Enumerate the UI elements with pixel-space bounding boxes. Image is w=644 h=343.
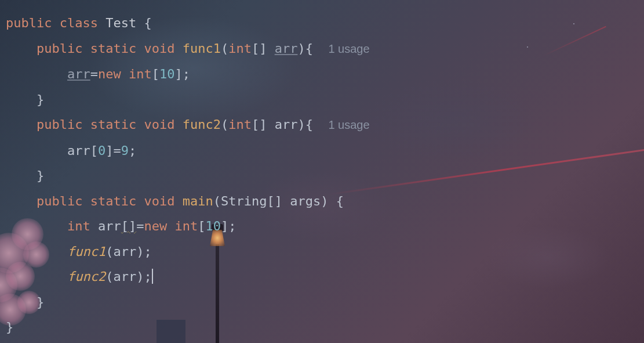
arg-arr: arr bbox=[113, 269, 136, 284]
method-name-func2: func2 bbox=[183, 117, 221, 132]
arg-arr: arr bbox=[113, 244, 136, 259]
code-line-7[interactable]: } bbox=[6, 163, 638, 189]
param-arr: arr bbox=[275, 41, 298, 56]
keyword-new: new bbox=[98, 67, 121, 81]
code-line-2[interactable]: public static void func1(int[] arr){ 1 u… bbox=[6, 36, 638, 62]
keyword-static: static bbox=[90, 41, 136, 56]
code-line-9[interactable]: int arr[]=new int[10]; bbox=[6, 214, 638, 239]
method-call-func2: func2 bbox=[67, 269, 105, 284]
type-int: int bbox=[129, 67, 152, 81]
code-line-4[interactable]: } bbox=[6, 87, 638, 113]
var-arr: arr bbox=[98, 219, 121, 233]
type-string: String bbox=[221, 194, 267, 208]
number-literal: 10 bbox=[159, 67, 175, 81]
code-line-5[interactable]: public static void func2(int[] arr){ 1 u… bbox=[6, 112, 638, 138]
code-line-11[interactable]: func2(arr); bbox=[6, 264, 638, 290]
keyword-void: void bbox=[144, 41, 174, 56]
code-line-13[interactable]: } bbox=[6, 315, 638, 340]
var-arr: arr bbox=[67, 143, 90, 158]
usage-hint[interactable]: 1 usage bbox=[328, 118, 369, 131]
class-name: Test bbox=[105, 16, 136, 30]
usage-hint[interactable]: 1 usage bbox=[328, 42, 369, 55]
param-args: args bbox=[290, 194, 321, 208]
type-int: int bbox=[67, 219, 90, 233]
number-literal: 9 bbox=[121, 143, 129, 158]
brace: } bbox=[37, 92, 44, 107]
method-call-func1: func1 bbox=[67, 244, 105, 259]
code-line-10[interactable]: func1(arr); bbox=[6, 239, 638, 265]
var-arr: arr bbox=[67, 67, 90, 81]
code-line-8[interactable]: public static void main(String[] args) { bbox=[6, 189, 638, 214]
number-literal: 0 bbox=[98, 143, 105, 158]
keyword-static: static bbox=[90, 117, 136, 132]
keyword-void: void bbox=[144, 194, 174, 208]
keyword-void: void bbox=[144, 117, 174, 132]
keyword-public: public bbox=[37, 117, 82, 132]
type-int: int bbox=[228, 41, 252, 56]
brace: } bbox=[37, 168, 44, 183]
code-line-3[interactable]: arr=new int[10]; bbox=[6, 62, 638, 87]
code-line-12[interactable]: } bbox=[6, 290, 638, 315]
type-int: int bbox=[228, 117, 252, 132]
keyword-public: public bbox=[37, 41, 82, 56]
keyword-class: class bbox=[60, 16, 98, 30]
type-int: int bbox=[174, 219, 198, 233]
keyword-static: static bbox=[90, 194, 136, 208]
param-arr: arr bbox=[275, 117, 298, 132]
code-line-6[interactable]: arr[0]=9; bbox=[6, 138, 638, 164]
brace: } bbox=[6, 320, 13, 334]
number-literal: 10 bbox=[205, 219, 221, 233]
method-name-main: main bbox=[183, 194, 213, 208]
code-line-1[interactable]: public class Test { bbox=[6, 10, 638, 36]
keyword-public: public bbox=[37, 194, 82, 208]
keyword-public: public bbox=[6, 16, 52, 30]
brace: } bbox=[37, 295, 44, 309]
method-name-func1: func1 bbox=[183, 41, 221, 56]
code-editor[interactable]: public class Test { public static void f… bbox=[0, 0, 644, 343]
text-caret bbox=[152, 269, 153, 284]
keyword-new: new bbox=[144, 219, 167, 233]
brace: { bbox=[136, 16, 152, 30]
